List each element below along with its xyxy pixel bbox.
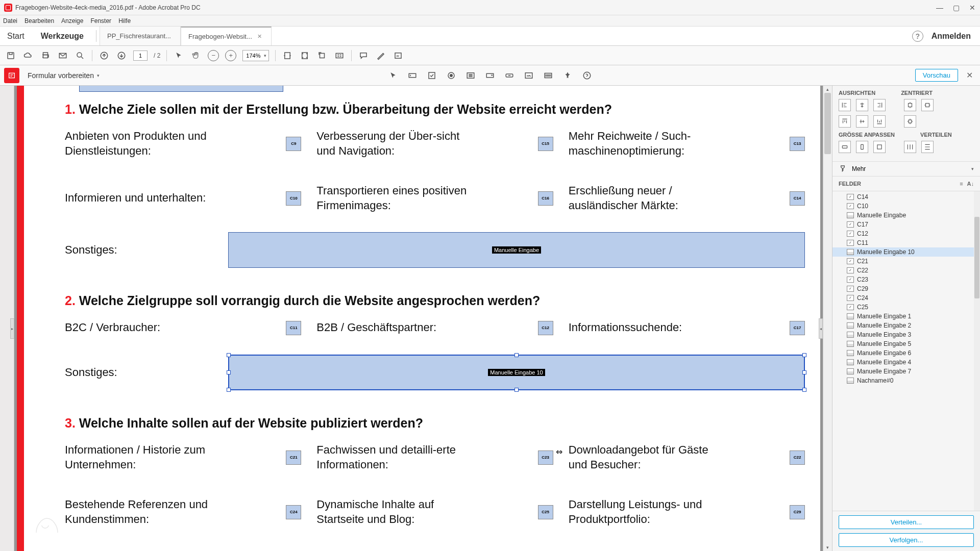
field-list-item[interactable]: Manuelle Eingabe 4 bbox=[832, 358, 980, 367]
align-bottom-icon[interactable] bbox=[873, 115, 886, 128]
field-list-item[interactable]: C22 bbox=[832, 266, 980, 275]
field-list-item[interactable]: Manuelle Eingabe 1 bbox=[832, 312, 980, 321]
comment-icon[interactable] bbox=[358, 50, 369, 61]
field-scroll-thumb[interactable] bbox=[974, 217, 979, 298]
match-height-icon[interactable] bbox=[856, 141, 868, 153]
resize-handle[interactable] bbox=[227, 388, 231, 392]
list-tool-icon[interactable] bbox=[464, 69, 477, 82]
start-button[interactable]: Start bbox=[0, 27, 32, 45]
menu-datei[interactable]: Datei bbox=[3, 17, 17, 24]
expand-left-icon[interactable]: ▸ bbox=[10, 318, 14, 339]
resize-handle[interactable] bbox=[227, 353, 231, 357]
match-width-icon[interactable] bbox=[839, 141, 851, 153]
field-list-item[interactable]: C23 bbox=[832, 275, 980, 284]
checkbox-field[interactable]: C24 bbox=[286, 505, 301, 519]
checkbox-field[interactable]: C29 bbox=[790, 505, 805, 519]
field-list-item[interactable]: Nachname#0 bbox=[832, 376, 980, 385]
menu-anzeige[interactable]: Anzeige bbox=[61, 17, 83, 24]
field-list-item[interactable]: C17 bbox=[832, 220, 980, 229]
field-list-item[interactable]: C29 bbox=[832, 284, 980, 293]
form-tool-icon[interactable] bbox=[4, 68, 19, 83]
checkbox-field[interactable]: C21 bbox=[286, 450, 301, 465]
form-mode-dropdown[interactable]: Formular vorbereiten bbox=[23, 69, 104, 82]
close-button[interactable]: ✕ bbox=[969, 4, 976, 11]
sort-icon[interactable]: ≡ bbox=[960, 181, 963, 187]
pdf-page[interactable]: 1. Welche Ziele sollen mit der Erstellun… bbox=[24, 86, 820, 551]
page-number-input[interactable] bbox=[133, 51, 148, 61]
email-icon[interactable] bbox=[57, 50, 68, 61]
radio-tool-icon[interactable] bbox=[445, 69, 457, 82]
signin-button[interactable]: Anmelden bbox=[932, 32, 971, 41]
align-center-h-icon[interactable] bbox=[856, 99, 868, 111]
help-tool-icon[interactable] bbox=[581, 69, 593, 82]
reading-mode-icon[interactable] bbox=[334, 50, 345, 61]
field-list-item[interactable]: Manuelle Eingabe 5 bbox=[832, 339, 980, 348]
pin-icon[interactable] bbox=[561, 69, 574, 82]
barcode-tool-icon[interactable] bbox=[542, 69, 554, 82]
field-list-item[interactable]: C21 bbox=[832, 257, 980, 266]
zoom-in-icon[interactable]: + bbox=[225, 50, 236, 61]
menu-bearbeiten[interactable]: Bearbeiten bbox=[24, 17, 54, 24]
field-list-item[interactable]: C12 bbox=[832, 229, 980, 238]
field-list-item[interactable]: Manuelle Eingabe 6 bbox=[832, 348, 980, 358]
field-list-item[interactable]: Manuelle Eingabe 2 bbox=[832, 321, 980, 330]
field-list-item[interactable]: Manuelle Eingabe bbox=[832, 211, 980, 220]
resize-handle[interactable] bbox=[514, 353, 519, 357]
hand-icon[interactable] bbox=[190, 50, 202, 61]
align-top-icon[interactable] bbox=[839, 115, 851, 128]
resize-handle[interactable] bbox=[802, 388, 806, 392]
center-v-icon[interactable] bbox=[921, 99, 934, 111]
checkbox-field[interactable]: C11 bbox=[286, 321, 301, 335]
field-list-item[interactable]: Manuelle Eingabe 7 bbox=[832, 367, 980, 376]
button-tool-icon[interactable] bbox=[503, 69, 516, 82]
text-field-tool-icon[interactable] bbox=[406, 69, 419, 82]
checkbox-field[interactable]: C17 bbox=[790, 321, 805, 335]
resize-handle[interactable] bbox=[227, 370, 231, 374]
dropdown-tool-icon[interactable] bbox=[484, 69, 496, 82]
checkbox-field[interactable]: C9 bbox=[286, 137, 301, 151]
field-list-item[interactable]: C25 bbox=[832, 303, 980, 312]
sort-az-icon[interactable]: A↓ bbox=[967, 181, 974, 187]
distribute-h-icon[interactable] bbox=[904, 141, 916, 153]
center-h-icon[interactable] bbox=[904, 99, 916, 111]
verfolgen-button[interactable]: Verfolgen... bbox=[839, 533, 974, 547]
checkbox-field[interactable]: C25 bbox=[538, 505, 553, 519]
print-icon[interactable] bbox=[40, 50, 51, 61]
more-dropdown[interactable]: Mehr bbox=[832, 161, 980, 177]
scroll-down-icon[interactable]: ▾ bbox=[823, 544, 832, 551]
fit-page-icon[interactable] bbox=[299, 50, 310, 61]
text-field-manuelle-eingabe[interactable]: Manuelle Eingabe bbox=[228, 232, 805, 268]
field-list[interactable]: C14C10Manuelle EingabeC17C12C11Manuelle … bbox=[832, 191, 980, 511]
close-toolbar-icon[interactable]: ✕ bbox=[963, 70, 976, 80]
menu-hilfe[interactable]: Hilfe bbox=[118, 17, 131, 24]
checkbox-field[interactable]: C12 bbox=[538, 321, 553, 335]
document-scroll[interactable]: 1. Welche Ziele sollen mit der Erstellun… bbox=[14, 86, 823, 551]
field-list-item[interactable]: C14 bbox=[832, 192, 980, 202]
scroll-up-icon[interactable]: ▴ bbox=[823, 86, 832, 93]
sign-icon[interactable] bbox=[393, 50, 404, 61]
vertical-scrollbar[interactable]: ▴ ▾ bbox=[823, 86, 832, 551]
verteilen-button[interactable]: Verteilen... bbox=[839, 515, 974, 529]
partial-field-top[interactable] bbox=[79, 86, 283, 92]
resize-handle[interactable] bbox=[802, 370, 806, 374]
checkbox-field[interactable]: C16 bbox=[538, 191, 553, 206]
help-icon[interactable]: ? bbox=[912, 31, 923, 42]
cloud-icon[interactable] bbox=[22, 50, 34, 61]
align-left-icon[interactable] bbox=[839, 99, 851, 111]
field-list-item[interactable]: C11 bbox=[832, 238, 980, 247]
scroll-thumb[interactable] bbox=[824, 93, 831, 154]
maximize-button[interactable]: ▢ bbox=[952, 4, 960, 11]
rotate-icon[interactable] bbox=[316, 50, 328, 61]
zoom-select[interactable]: 174% bbox=[242, 50, 269, 61]
distribute-v-icon[interactable] bbox=[921, 141, 934, 153]
preview-button[interactable]: Vorschau bbox=[915, 69, 958, 82]
checkbox-field[interactable]: C23 bbox=[538, 450, 553, 465]
resize-handle[interactable] bbox=[802, 353, 806, 357]
minimize-button[interactable]: — bbox=[936, 4, 943, 11]
highlight-icon[interactable] bbox=[375, 50, 386, 61]
field-list-item[interactable]: Manuelle Eingabe 3 bbox=[832, 330, 980, 339]
pointer-icon[interactable] bbox=[173, 50, 184, 61]
field-list-item[interactable]: C24 bbox=[832, 293, 980, 303]
checkbox-field[interactable]: C15 bbox=[538, 137, 553, 151]
tools-button[interactable]: Werkzeuge bbox=[32, 27, 93, 45]
